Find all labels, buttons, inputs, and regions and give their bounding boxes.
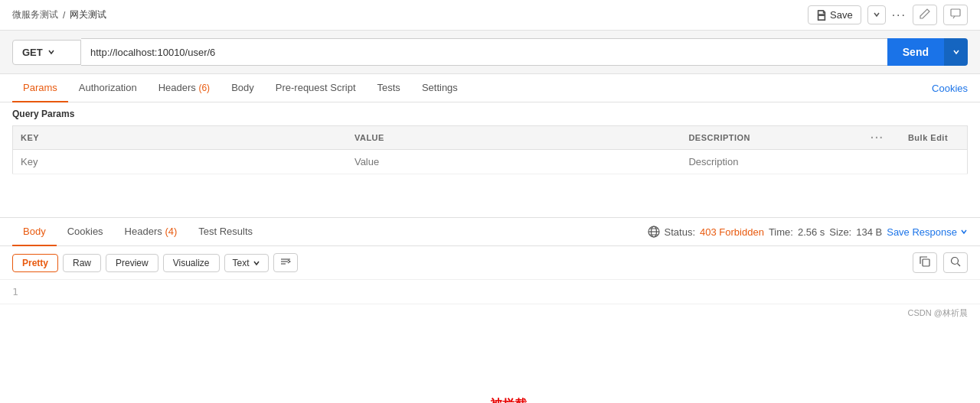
request-tabs: Params Authorization Headers (6) Body Pr… (0, 74, 980, 102)
more-options-button[interactable]: ··· (892, 8, 906, 22)
method-chevron-icon (47, 48, 55, 56)
copy-button[interactable] (913, 252, 937, 273)
size-value: 134 B (856, 226, 882, 238)
tab-tests[interactable]: Tests (367, 74, 411, 102)
svg-rect-0 (951, 9, 960, 16)
tab-params[interactable]: Params (12, 74, 68, 102)
send-button[interactable]: Send (887, 38, 944, 66)
desc-input[interactable] (688, 156, 847, 167)
send-dropdown-button[interactable] (944, 38, 968, 66)
search-icon (950, 256, 961, 267)
time-label: Time: (769, 226, 793, 238)
wrap-button[interactable] (273, 253, 298, 272)
breadcrumb: 微服务测试 / 网关测试 (12, 8, 106, 21)
save-label: Save (830, 9, 853, 21)
blocked-annotation-text: 被拦截 (490, 397, 527, 403)
tab-pre-request-script[interactable]: Pre-request Script (265, 74, 367, 102)
save-response-button[interactable]: Save Response (887, 226, 968, 238)
tab-settings[interactable]: Settings (411, 74, 469, 102)
col-header-key: KEY (13, 126, 347, 150)
save-response-chevron-icon (960, 228, 968, 236)
url-bar: GET Send (0, 31, 980, 74)
main-content: 被拦截 Body Cookies Headers (4) (0, 217, 980, 322)
col-header-bulk[interactable]: Bulk Edit (900, 126, 968, 150)
save-icon (816, 10, 827, 21)
edit-button[interactable] (913, 5, 937, 25)
col-header-actions: ··· (854, 126, 900, 150)
top-bar: 微服务测试 / 网关测试 Save ··· (0, 0, 980, 31)
svg-line-12 (958, 264, 961, 267)
comment-icon (950, 8, 961, 19)
resp-tab-headers[interactable]: Headers (4) (114, 218, 188, 246)
code-area: 1 (0, 280, 980, 304)
method-label: GET (22, 47, 43, 58)
raw-button[interactable]: Raw (63, 254, 101, 272)
params-label: Query Params (12, 109, 968, 119)
response-status-bar: Status: 403 Forbidden Time: 2.56 s Size:… (648, 226, 968, 238)
tab-headers[interactable]: Headers (6) (148, 74, 220, 102)
format-select[interactable]: Text (224, 254, 269, 272)
query-params-table: KEY VALUE DESCRIPTION ··· Bulk Edit (12, 125, 968, 174)
comment-button[interactable] (943, 5, 968, 25)
breadcrumb-parent[interactable]: 微服务测试 (12, 8, 58, 21)
value-input[interactable] (354, 156, 673, 167)
send-chevron-icon (952, 48, 960, 56)
tab-body[interactable]: Body (220, 74, 265, 102)
breadcrumb-current: 网关测试 (70, 8, 106, 21)
col-header-value: VALUE (347, 126, 681, 150)
format-bar: Pretty Raw Preview Visualize Text (0, 246, 980, 280)
breadcrumb-separator: / (63, 10, 65, 21)
method-select[interactable]: GET (12, 40, 81, 65)
resp-tab-test-results[interactable]: Test Results (188, 218, 263, 246)
cookies-link[interactable]: Cookies (932, 75, 968, 102)
tab-authorization[interactable]: Authorization (68, 74, 148, 102)
visualize-button[interactable]: Visualize (163, 254, 220, 272)
footer: CSDN @林祈晨 (0, 304, 980, 322)
response-tabs: Body Cookies Headers (4) Test Results (0, 218, 980, 246)
globe-icon (648, 226, 660, 238)
search-button[interactable] (943, 252, 968, 273)
table-row (13, 150, 968, 174)
resp-tab-body[interactable]: Body (12, 218, 57, 246)
svg-point-11 (952, 258, 959, 265)
copy-icon (920, 256, 930, 267)
size-label: Size: (829, 226, 851, 238)
top-bar-actions: Save ··· (808, 5, 968, 25)
pencil-icon (920, 8, 930, 19)
preview-button[interactable]: Preview (106, 254, 158, 272)
time-value: 2.56 s (798, 226, 825, 238)
pretty-button[interactable]: Pretty (12, 254, 58, 272)
format-chevron-icon (253, 259, 260, 267)
col-header-desc: DESCRIPTION (681, 126, 854, 150)
save-dropdown-button[interactable] (867, 5, 886, 24)
footer-credit: CSDN @林祈晨 (908, 307, 968, 319)
svg-rect-10 (923, 259, 929, 266)
status-code: 403 Forbidden (700, 226, 764, 238)
response-area: Body Cookies Headers (4) Test Results (0, 217, 980, 304)
line-numbers: 1 (12, 286, 18, 297)
resp-tab-cookies[interactable]: Cookies (57, 218, 114, 246)
chevron-down-icon (873, 11, 880, 18)
save-button[interactable]: Save (808, 5, 861, 24)
key-input[interactable] (21, 156, 339, 167)
url-input[interactable] (81, 38, 887, 66)
tabs-left: Params Authorization Headers (6) Body Pr… (12, 74, 469, 102)
params-section: Query Params KEY VALUE DESCRIPTION ··· B… (0, 102, 980, 174)
status-label: Status: (665, 226, 695, 238)
wrap-icon (280, 257, 291, 266)
